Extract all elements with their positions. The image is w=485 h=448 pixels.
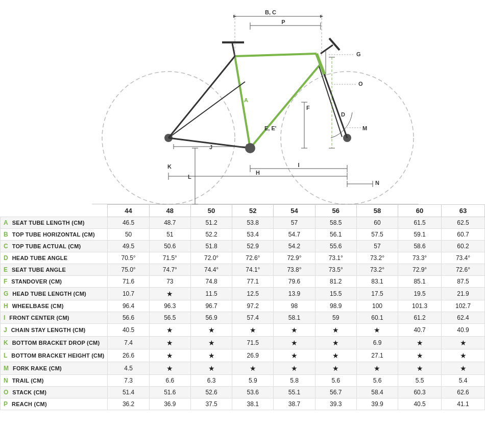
cell-value: 54.2 [274, 241, 315, 252]
cell-value: ★ [356, 362, 398, 375]
cell-value: 62.6 [442, 387, 485, 398]
cell-value: ★ [398, 349, 442, 362]
row-letter: C [4, 243, 10, 250]
cell-value: 72.9° [274, 252, 315, 264]
row-letter: F [4, 278, 9, 285]
row-label-cell: ESEAT TUBE ANGLE [1, 264, 108, 276]
cell-value: 51.4 [108, 387, 149, 398]
cell-value: 101.3 [398, 300, 442, 312]
cell-value: 53.4 [232, 229, 274, 241]
cell-value: ★ [315, 362, 356, 375]
size-header-50: 50 [190, 205, 232, 217]
cell-value: 58.4 [356, 387, 398, 398]
cell-value: 58.1 [274, 312, 315, 324]
row-name: HEAD TUBE LENGTH (CM) [12, 291, 86, 297]
cell-value: ★ [149, 349, 190, 362]
cell-value: 73.3° [398, 252, 442, 264]
table-row: PREACH (CM)36.236.937.538.138.739.339.94… [1, 398, 485, 410]
row-letter: G [4, 290, 10, 297]
cell-value: 11.5 [190, 288, 232, 300]
row-letter: E [4, 266, 10, 273]
cell-value: 58.6 [398, 241, 442, 252]
cell-value: 5.9 [232, 375, 274, 387]
cell-value: 52.6 [190, 387, 232, 398]
row-label-cell: DHEAD TUBE ANGLE [1, 252, 108, 264]
row-label-cell: BTOP TUBE HORIZONTAL (CM) [1, 229, 108, 241]
row-letter: N [4, 377, 10, 384]
cell-value: 41.1 [442, 398, 485, 410]
cell-value: 6.6 [149, 375, 190, 387]
table-row: ASEAT TUBE LENGTH (CM)46.548.751.253.857… [1, 217, 485, 229]
cell-value: ★ [398, 337, 442, 349]
svg-text:P: P [281, 19, 285, 25]
cell-value: ★ [149, 362, 190, 375]
cell-value: 52.9 [232, 241, 274, 252]
svg-text:H: H [256, 170, 260, 176]
cell-value: 100 [356, 300, 398, 312]
table-row: ESEAT TUBE ANGLE75.0°74.7°74.4°74.1°73.8… [1, 264, 485, 276]
cell-value: ★ [315, 324, 356, 337]
cell-value: ★ [315, 337, 356, 349]
svg-text:K: K [167, 163, 172, 170]
size-header-52: 52 [232, 205, 274, 217]
cell-value: 77.1 [232, 276, 274, 288]
cell-value: 59.1 [398, 229, 442, 241]
cell-value: 61.2 [398, 312, 442, 324]
cell-value: 15.5 [315, 288, 356, 300]
cell-value: 79.6 [274, 276, 315, 288]
cell-value: 40.5 [108, 324, 149, 337]
cell-value: 72.6° [442, 264, 485, 276]
cell-value: 21.9 [442, 288, 485, 300]
table-row: IFRONT CENTER (CM)56.656.556.957.458.159… [1, 312, 485, 324]
cell-value: 96.7 [190, 300, 232, 312]
geometry-table: 44 48 50 52 54 56 58 60 63 ASEAT TUBE LE… [0, 204, 485, 410]
cell-value: 71.5° [149, 252, 190, 264]
row-letter: O [4, 389, 10, 396]
table-row: MFORK RAKE (CM)4.5★★★★★★★★ [1, 362, 485, 375]
cell-value: 40.9 [442, 324, 485, 337]
svg-text:F: F [306, 105, 310, 111]
table-row: FSTANDOVER (CM)71.67374.877.179.681.283.… [1, 276, 485, 288]
cell-value: 36.9 [149, 398, 190, 410]
cell-value: ★ [190, 324, 232, 337]
cell-value: 71.6 [108, 276, 149, 288]
cell-value: 56.1 [315, 229, 356, 241]
table-row: BTOP TUBE HORIZONTAL (CM)505152.253.454.… [1, 229, 485, 241]
table-row: LBOTTOM BRACKET HEIGHT (CM)26.6★★26.9★★2… [1, 349, 485, 362]
cell-value: 74.1° [232, 264, 274, 276]
row-letter: P [4, 400, 10, 408]
cell-value: 87.5 [442, 276, 485, 288]
row-name: STACK (CM) [12, 389, 46, 395]
cell-value: ★ [356, 324, 398, 337]
row-name: TOP TUBE HORIZONTAL (CM) [12, 231, 95, 238]
cell-value: 6.9 [356, 337, 398, 349]
row-label-cell: KBOTTOM BRACKET DROP (CM) [1, 337, 108, 349]
cell-value: 73.8° [274, 264, 315, 276]
cell-value: 59 [315, 312, 356, 324]
bike-diagram: B, C P G O F A D E, E' J [0, 0, 485, 204]
cell-value: 54.7 [274, 229, 315, 241]
cell-value: 5.5 [398, 375, 442, 387]
row-label-cell: LBOTTOM BRACKET HEIGHT (CM) [1, 349, 108, 362]
cell-value: 102.7 [442, 300, 485, 312]
cell-value: 56.9 [190, 312, 232, 324]
cell-value: 5.8 [274, 375, 315, 387]
cell-value: ★ [190, 362, 232, 375]
row-letter: D [4, 254, 10, 262]
cell-value: 53.8 [232, 217, 274, 229]
table-row: HWHEELBASE (CM)96.496.396.797.29898.9100… [1, 300, 485, 312]
row-letter: L [4, 352, 9, 359]
cell-value: 48.7 [149, 217, 190, 229]
svg-text:G: G [356, 51, 361, 57]
cell-value: ★ [232, 362, 274, 375]
svg-text:B, C: B, C [265, 9, 276, 15]
cell-value: ★ [149, 337, 190, 349]
cell-value: 73.2° [356, 264, 398, 276]
cell-value: 72.9° [398, 264, 442, 276]
cell-value: 37.5 [190, 398, 232, 410]
table-row: KBOTTOM BRACKET DROP (CM)7.4★★71.5★★6.9★… [1, 337, 485, 349]
cell-value: 74.7° [149, 264, 190, 276]
cell-value: 10.7 [108, 288, 149, 300]
cell-value: 4.5 [108, 362, 149, 375]
row-name: TRAIL (CM) [12, 378, 44, 384]
